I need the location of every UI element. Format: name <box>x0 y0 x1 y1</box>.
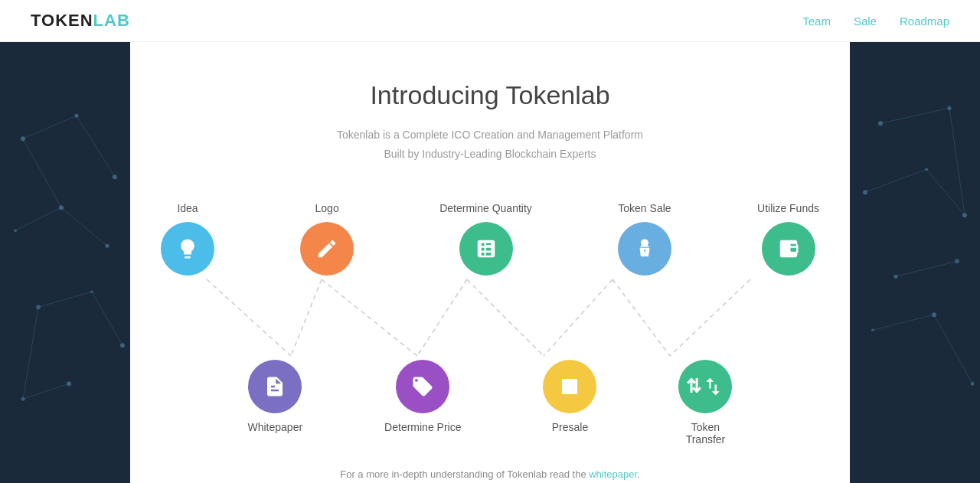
step-utilize-icon <box>762 222 815 276</box>
left-panel <box>0 42 130 483</box>
svg-line-27 <box>670 279 750 356</box>
bulb-icon <box>176 237 199 260</box>
svg-line-21 <box>291 279 322 356</box>
step-token-transfer: TokenTransfer <box>678 360 732 445</box>
svg-line-22 <box>322 279 417 356</box>
svg-line-39 <box>880 108 949 123</box>
logo-token: TOKEN <box>31 11 93 30</box>
price-tag-icon <box>411 375 434 398</box>
step-logo-label: Logo <box>315 202 339 214</box>
step-utilize: Utilize Funds <box>757 202 819 276</box>
step-logo-icon <box>300 222 354 276</box>
step-token-transfer-label: TokenTransfer <box>686 421 726 445</box>
intro-subtitle: Tokenlab is a Complete ICO Creation and … <box>337 126 643 164</box>
step-price: Determine Price <box>384 360 461 433</box>
step-price-label: Determine Price <box>384 421 461 433</box>
step-logo: Logo <box>300 202 354 276</box>
center-content: Introducing Tokenlab Tokenlab is a Compl… <box>130 42 850 483</box>
svg-line-11 <box>23 116 77 139</box>
wallet-icon <box>777 237 800 260</box>
svg-line-45 <box>934 315 972 383</box>
svg-line-23 <box>417 279 467 356</box>
pencil-icon <box>315 237 338 260</box>
step-utilize-label: Utilize Funds <box>757 202 819 214</box>
step-price-icon <box>396 360 449 413</box>
calculator-icon <box>475 237 498 260</box>
step-idea-icon <box>161 222 214 276</box>
nav-roadmap[interactable]: Roadmap <box>900 15 949 28</box>
svg-line-20 <box>207 279 291 356</box>
money-bag-icon <box>633 237 656 260</box>
svg-line-18 <box>23 307 38 399</box>
step-quantity-label: Determine Quantity <box>439 202 532 214</box>
svg-line-13 <box>23 139 61 207</box>
bottom-row: Whitepaper Determine Price <box>145 360 835 445</box>
nav-sale[interactable]: Sale <box>854 15 877 28</box>
page-title: Introducing Tokenlab <box>370 80 609 110</box>
square-icon <box>558 375 581 398</box>
svg-line-41 <box>865 169 926 192</box>
top-row: Idea Logo <box>145 202 835 276</box>
footer-text-end: . <box>637 468 640 480</box>
footer-note: For a more in-depth understanding of Tok… <box>340 468 640 480</box>
svg-line-44 <box>873 315 934 330</box>
step-whitepaper: Whitepaper <box>248 360 303 433</box>
step-presale-icon <box>543 360 596 413</box>
site-header: TOKENLAB Team Sale Roadmap <box>0 0 980 42</box>
svg-line-24 <box>467 279 544 356</box>
nav-team[interactable]: Team <box>802 15 831 28</box>
process-diagram: Idea Logo <box>145 202 835 445</box>
svg-line-16 <box>38 292 92 307</box>
svg-line-19 <box>23 383 69 399</box>
svg-line-15 <box>15 207 61 230</box>
main-nav: Team Sale Roadmap <box>802 15 949 28</box>
right-panel <box>850 42 980 483</box>
logo-lab: LAB <box>93 11 130 30</box>
right-panel-graphic <box>850 42 980 483</box>
step-quantity-icon <box>459 222 513 276</box>
svg-line-26 <box>612 279 670 356</box>
left-panel-graphic <box>0 42 130 483</box>
footer-text: For a more in-depth understanding of Tok… <box>340 468 586 480</box>
step-token-sale: Token Sale <box>618 202 671 276</box>
whitepaper-link[interactable]: whitepaper <box>589 468 637 480</box>
svg-rect-28 <box>562 379 577 394</box>
step-quantity: Determine Quantity <box>439 202 532 276</box>
site-logo: TOKENLAB <box>31 11 130 31</box>
svg-line-17 <box>92 292 122 345</box>
svg-line-12 <box>77 116 115 177</box>
page-wrapper: Introducing Tokenlab Tokenlab is a Compl… <box>0 42 980 483</box>
step-whitepaper-label: Whitepaper <box>248 421 303 433</box>
step-token-transfer-icon <box>678 360 732 413</box>
step-presale: Presale <box>543 360 596 433</box>
subtitle-line1: Tokenlab is a Complete ICO Creation and … <box>337 126 643 145</box>
step-token-sale-label: Token Sale <box>618 202 671 214</box>
document-icon <box>263 375 286 398</box>
transfer-icon <box>701 375 724 398</box>
connector-lines <box>145 276 835 360</box>
step-idea-label: Idea <box>177 202 198 214</box>
step-presale-label: Presale <box>552 421 588 433</box>
svg-line-25 <box>544 279 612 356</box>
step-idea: Idea <box>161 202 214 276</box>
svg-line-14 <box>61 207 107 246</box>
step-whitepaper-icon <box>248 360 302 413</box>
svg-line-43 <box>896 261 957 276</box>
step-token-sale-icon <box>618 222 671 276</box>
subtitle-line2: Built by Industry-Leading Blockchain Exp… <box>337 145 643 164</box>
